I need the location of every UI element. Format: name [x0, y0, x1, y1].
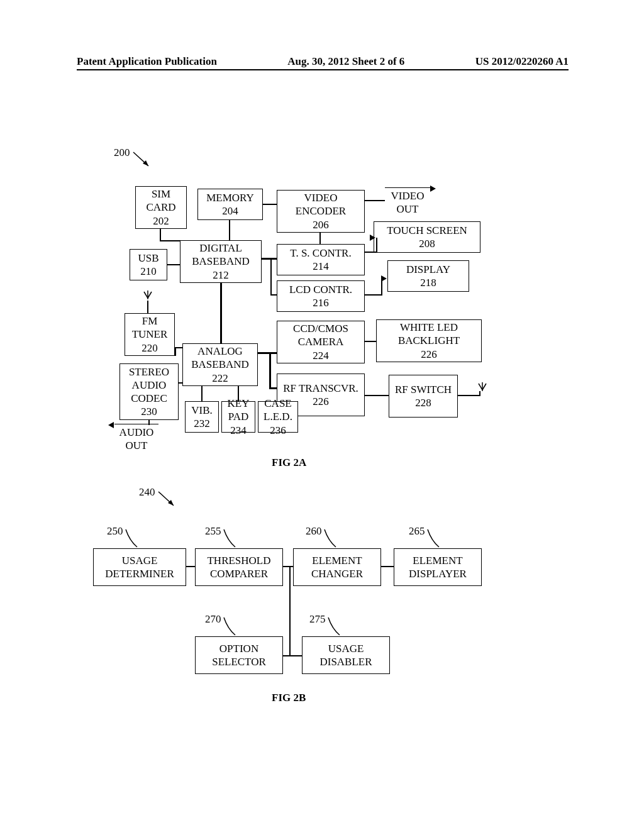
- box-case-led: CASE L.E.D.236: [258, 401, 298, 433]
- conn-ec-ed: [381, 566, 394, 567]
- conn-ab-rf-h: [269, 387, 277, 389]
- conn-ab-keypad: [238, 386, 239, 401]
- conn-mem-ve: [263, 204, 277, 205]
- svg-line-7: [482, 384, 486, 390]
- box-threshold-comparer: THRESHOLD COMPARER: [195, 548, 283, 586]
- antenna-fm: [143, 290, 152, 301]
- box-analog-baseband: ANALOG BASEBAND222: [182, 343, 258, 386]
- ref-265: 265: [409, 524, 425, 538]
- conn-ab-ccd: [258, 352, 277, 354]
- conn-os-ud: [283, 655, 302, 656]
- box-lcd-contr: LCD CONTR.216: [277, 280, 365, 312]
- conn-rfswitch-ant2: [479, 391, 480, 396]
- conn-ab-rf-v: [269, 352, 271, 389]
- label-video-out: VIDEO OUT: [385, 187, 430, 216]
- arrow-lcd-disp: [381, 275, 387, 282]
- arrow-video-out: [430, 185, 436, 192]
- conn-top-bottom: [289, 566, 291, 655]
- conn-ve-vout: [365, 200, 385, 201]
- caption-fig2a: FIG 2A: [272, 456, 306, 469]
- ref-275: 275: [309, 612, 326, 626]
- ref-240: 240: [139, 485, 155, 499]
- box-option-selector: OPTION SELECTOR: [195, 636, 283, 674]
- arrow-audio-out: [108, 422, 114, 428]
- conn-codec-ab: [179, 382, 182, 384]
- ref-250: 250: [107, 524, 123, 538]
- arrow-tsc-ts: [370, 235, 375, 241]
- box-stereo-codec: STEREO AUDIO CODEC230: [119, 363, 179, 420]
- svg-line-6: [479, 384, 482, 390]
- conn-mem-db: [229, 220, 230, 240]
- leader-200: [132, 150, 151, 169]
- conn-db-lcd-v: [270, 260, 272, 295]
- conn-tsc-ts-h: [365, 252, 377, 253]
- box-usage-determiner: USAGE DETERMINER: [93, 548, 186, 586]
- box-memory: MEMORY204: [197, 189, 263, 220]
- conn-ud-tc: [186, 566, 195, 567]
- conn-sim-db-v: [160, 229, 161, 240]
- leader-270: [223, 616, 236, 636]
- box-usage-disabler: USAGE DISABLER: [302, 636, 390, 674]
- conn-tsc-ts-v: [376, 238, 377, 253]
- box-vib: VIB.232: [185, 401, 219, 433]
- box-touch-screen: TOUCH SCREEN208: [374, 221, 480, 253]
- conn-tc-ec: [283, 566, 293, 567]
- box-ccd-cmos: CCD/CMOS CAMERA224: [277, 321, 365, 363]
- leader-260: [323, 528, 337, 548]
- conn-db-ab: [220, 283, 222, 343]
- conn-db-lcd-h: [270, 294, 277, 296]
- label-audio-out: AUDIO OUT: [114, 424, 158, 453]
- conn-sim-db-h: [160, 240, 180, 241]
- box-digital-baseband: DIGITAL BASEBAND212: [180, 240, 262, 283]
- caption-fig2b: FIG 2B: [272, 692, 306, 704]
- box-usb: USB210: [130, 249, 167, 280]
- conn-usb-db: [167, 264, 180, 265]
- box-fm-tuner: FM TUNER220: [125, 313, 175, 356]
- box-element-displayer: ELEMENT DISPLAYER: [394, 548, 482, 586]
- conn-lcd-disp-h: [365, 294, 382, 296]
- leader-265: [426, 528, 440, 548]
- conn-fm-ab-v2: [175, 347, 176, 356]
- box-white-led: WHITE LED BACKLIGHT226: [376, 319, 482, 362]
- box-rf-switch: RF SWITCH228: [389, 375, 458, 418]
- box-video-encoder: VIDEO ENCODER206: [277, 190, 365, 233]
- leader-250: [125, 528, 138, 548]
- conn-ccd-wled: [365, 341, 376, 342]
- box-display: DISPLAY218: [387, 260, 469, 292]
- conn-ve-db-v: [319, 233, 321, 244]
- ref-270: 270: [205, 612, 221, 626]
- conn-codec-audioout: [148, 420, 150, 425]
- conn-rftx-sw: [365, 395, 389, 396]
- box-element-changer: ELEMENT CHANGER: [293, 548, 381, 586]
- conn-ab-vib: [201, 386, 203, 401]
- svg-line-4: [148, 292, 152, 298]
- svg-line-3: [144, 292, 148, 298]
- ref-260: 260: [306, 524, 322, 538]
- ref-255: 255: [205, 524, 221, 538]
- conn-fm-ant: [147, 301, 148, 313]
- box-ts-contr: T. S. CONTR.214: [277, 244, 365, 275]
- leader-275: [327, 616, 341, 636]
- box-keypad: KEY PAD234: [221, 401, 255, 433]
- conn-db-tsc: [262, 258, 277, 260]
- box-sim-card: SIM CARD202: [135, 186, 187, 229]
- diagram-canvas: 200 SIM CARD202 MEMORY204 VIDEO ENCODER2…: [0, 0, 644, 830]
- leader-240: [157, 489, 176, 508]
- conn-rfswitch-ant: [458, 395, 479, 396]
- leader-255: [223, 528, 236, 548]
- ref-200: 200: [114, 146, 130, 159]
